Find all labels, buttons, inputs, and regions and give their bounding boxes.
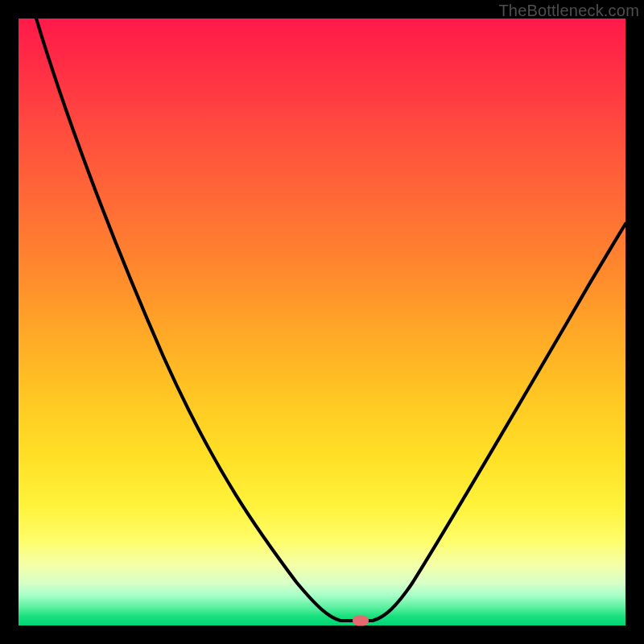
watermark-text: TheBottleneck.com [498, 2, 639, 20]
optimal-marker [353, 616, 369, 626]
plot-area [19, 19, 625, 625]
bottleneck-curve [19, 19, 625, 625]
chart-frame: TheBottleneck.com [0, 0, 644, 644]
